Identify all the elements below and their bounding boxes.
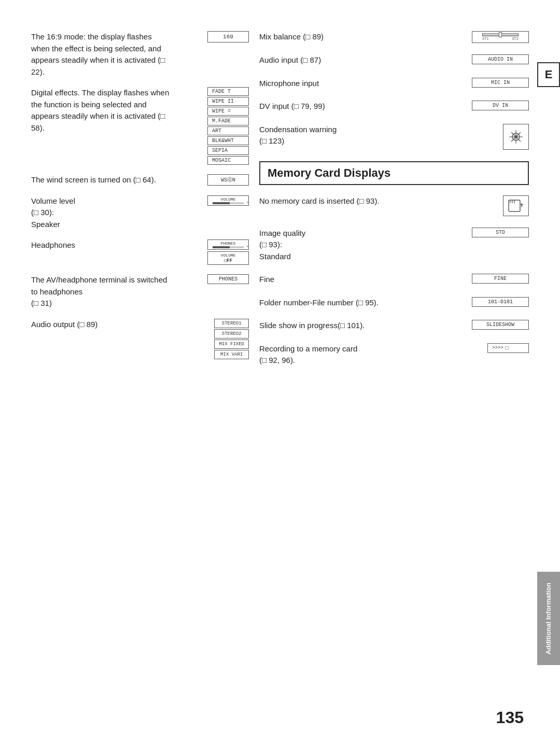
text-folder-number: Folder number-File number (□ 95). — [259, 297, 456, 309]
text-headphones: Headphones — [31, 239, 171, 251]
display-mic-input: MIC IN — [461, 78, 529, 88]
vol-off-box: VOLUME ◯FF — [207, 251, 249, 265]
section-mic-input: Microphone input MIC IN — [259, 78, 529, 90]
no-card-svg — [508, 199, 524, 213]
vol-speaker-bar: + — [213, 202, 244, 204]
section-mix-balance: Mix balance (□ 89) ST1 ST2 — [259, 31, 529, 43]
text-volume-speaker: Volume level(□ 30):Speaker — [31, 195, 171, 231]
section-wind-screen: The wind screen is turned on (□ 64). WS⓪… — [31, 174, 249, 186]
text-mode169: The 16:9 mode: the display flashes when … — [31, 31, 171, 78]
effect-blkwht: BLK&WHT — [207, 136, 249, 145]
box-std: STD — [472, 228, 529, 237]
effect-sepia: SEPIA — [207, 146, 249, 155]
section-headphones: Headphones PHONES + VOLUME — [31, 239, 249, 265]
condensation-svg — [508, 129, 524, 145]
page-container: E Additional Information 135 The 16:9 mo… — [0, 0, 560, 748]
text-mix-balance: Mix balance (□ 89) — [259, 31, 456, 43]
display-audio-output: STEREO1 STEREO2 MIX FIXED MIX VARI — [176, 319, 249, 359]
box-fine: FINE — [472, 274, 529, 284]
box-folder-number: 101-0101 — [472, 297, 529, 307]
display-quality-fine: FINE — [461, 274, 529, 284]
display-mix-balance: ST1 ST2 — [461, 31, 529, 43]
section-quality-std: Image quality(□ 93):Standard STD — [259, 228, 529, 263]
vol-speaker-box: VOLUME + — [207, 195, 249, 206]
section-audio-output: Audio output (□ 89) STEREO1 STEREO2 MIX … — [31, 319, 249, 359]
box-mic-in: MIC IN — [472, 78, 529, 88]
page-number: 135 — [496, 708, 524, 727]
box-recording-memory: >>>> □ — [487, 343, 529, 353]
box-slideshow: SLIDESHOW — [472, 320, 529, 330]
section-folder-number: Folder number-File number (□ 95). 101-01… — [259, 297, 529, 309]
display-slideshow: SLIDESHOW — [461, 320, 529, 330]
stereo-list: STEREO1 STEREO2 MIX FIXED MIX VARI — [214, 319, 249, 359]
display-recording-memory: >>>> □ — [461, 343, 529, 353]
stereo2-box: STEREO2 — [214, 329, 249, 338]
text-no-card: No memory card is inserted (□ 93). — [259, 195, 456, 207]
text-condensation: Condensation warning(□ 123) — [259, 124, 456, 147]
display-folder-number: 101-0101 — [461, 297, 529, 307]
section-volume-speaker: Volume level(□ 30):Speaker VOLUME + — [31, 195, 249, 231]
text-mic-input: Microphone input — [259, 78, 456, 90]
section-dv-input: DV input (□ 79, 99) DV IN — [259, 101, 529, 112]
num-display-169: 169 — [207, 31, 249, 43]
display-no-card — [461, 195, 529, 216]
box-audio-in: AUDIO IN — [472, 54, 529, 64]
text-digital-effects: Digital effects. The display flashes whe… — [31, 87, 171, 134]
section-digital-effects: Digital effects. The display flashes whe… — [31, 87, 249, 165]
effect-wipe-eq: WIPE = — [207, 107, 249, 116]
display-quality-std: STD — [461, 228, 529, 237]
display-digital-effects: FADE T WIPE II WIPE = M.FADE ART BLK&WHT… — [176, 87, 249, 165]
section-slideshow: Slide show in progress(□ 101). SLIDESHOW — [259, 320, 529, 332]
display-wind-screen: WS⓪N — [176, 174, 249, 186]
text-recording-memory: Recording to a memory card(□ 92, 96). — [259, 343, 456, 366]
tab-e: E — [537, 62, 560, 87]
box-wind-screen: WS⓪N — [207, 174, 249, 186]
display-mode169: 169 — [176, 31, 249, 43]
effect-mfade: M.FADE — [207, 117, 249, 125]
display-condensation — [461, 124, 529, 150]
right-column: Mix balance (□ 89) ST1 ST2 — [259, 31, 529, 378]
vol-phones-box: PHONES + — [207, 239, 249, 250]
section-recording-memory: Recording to a memory card(□ 92, 96). >>… — [259, 343, 529, 366]
section-av-headphone: The AV/headphone terminal is switched to… — [31, 274, 249, 309]
memory-card-header: Memory Card Displays — [259, 161, 529, 185]
text-audio-output: Audio output (□ 89) — [31, 319, 171, 331]
text-quality-std: Image quality(□ 93):Standard — [259, 228, 456, 263]
display-av-headphone: PHONES — [176, 274, 249, 284]
section-no-card: No memory card is inserted (□ 93). — [259, 195, 529, 216]
box-phones: PHONES — [207, 274, 249, 284]
display-dv-input: DV IN — [461, 101, 529, 110]
rec-arrow: >>>> — [492, 345, 503, 350]
rec-card-icon: □ — [506, 345, 509, 351]
mix-slider — [482, 33, 519, 36]
left-column: The 16:9 mode: the display flashes when … — [31, 31, 249, 378]
text-quality-fine: Fine — [259, 274, 456, 286]
condensation-icon — [503, 124, 529, 150]
text-wind-screen: The wind screen is turned on (□ 64). — [31, 174, 171, 186]
mix-labels: ST1 ST2 — [482, 37, 519, 41]
mixvari-box: MIX VARI — [214, 350, 249, 359]
text-av-headphone: The AV/headphone terminal is switched to… — [31, 274, 171, 309]
text-audio-input: Audio input (□ 87) — [259, 54, 456, 66]
display-headphones: PHONES + VOLUME ◯FF — [176, 239, 249, 265]
section-mode169: The 16:9 mode: the display flashes when … — [31, 31, 249, 78]
effects-list: FADE T WIPE II WIPE = M.FADE ART BLK&WHT… — [207, 87, 249, 165]
main-layout: The 16:9 mode: the display flashes when … — [31, 31, 529, 378]
svg-point-5 — [514, 135, 517, 138]
mixfixed-box: MIX FIXED — [214, 340, 249, 349]
display-volume-speaker: VOLUME + — [176, 195, 249, 206]
display-audio-input: AUDIO IN — [461, 54, 529, 64]
section-audio-input: Audio input (□ 87) AUDIO IN — [259, 54, 529, 66]
box-dv-in: DV IN — [472, 101, 529, 110]
side-tab-additional: Additional Information — [537, 572, 560, 665]
effect-wipe-ii: WIPE II — [207, 97, 249, 106]
text-slideshow: Slide show in progress(□ 101). — [259, 320, 456, 332]
effect-art: ART — [207, 126, 249, 135]
effect-fade-t: FADE T — [207, 87, 249, 96]
no-card-icon — [503, 195, 529, 216]
text-dv-input: DV input (□ 79, 99) — [259, 101, 456, 112]
mix-balance-box: ST1 ST2 — [472, 31, 529, 43]
section-quality-fine: Fine FINE — [259, 274, 529, 286]
vol-phones-bar: + — [213, 246, 244, 248]
stereo1-box: STEREO1 — [214, 319, 249, 328]
